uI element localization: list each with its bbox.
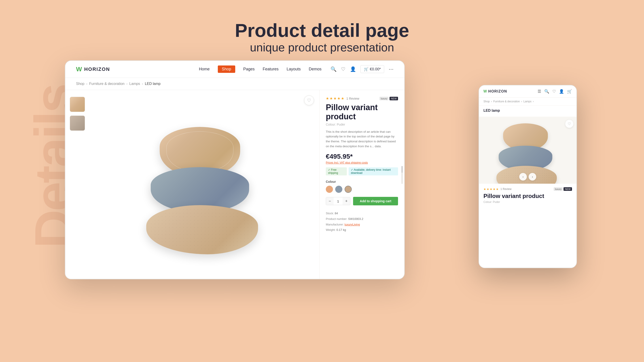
breadcrumb-furniture[interactable]: Furniture & decoration (89, 82, 124, 86)
price-note[interactable]: Prices Incl. VAT plus shipping costs (326, 161, 398, 164)
colour-swatch-tan[interactable] (344, 186, 352, 193)
account-icon[interactable]: 👤 (350, 66, 356, 72)
add-to-cart-button[interactable]: Add to shopping cart (353, 197, 398, 205)
mobile-menu-icon[interactable]: ☰ (538, 89, 541, 94)
weight-info: Weight: 0.17 kg (326, 227, 398, 233)
page-header: Product detail page unique product prese… (235, 20, 409, 54)
wishlist-icon[interactable]: ♡ (341, 66, 346, 72)
colour-swatches (326, 186, 398, 193)
mobile-star-5: ★ (496, 187, 499, 191)
logo-text: HORIZON (84, 66, 110, 72)
desktop-logo[interactable]: W HORIZON (76, 66, 110, 73)
mobile-nav-arrows: ‹ › (519, 173, 536, 181)
stock-value: 84 (335, 212, 338, 215)
mobile-led-label: LED lamp (484, 109, 572, 113)
nav-layouts[interactable]: Layouts (287, 65, 301, 73)
mobile-nav-icons: ☰ 🔍 ♡ 👤 🛒 (538, 89, 572, 94)
mobile-logo-text: HORIZON (488, 89, 507, 93)
product-info-panel: ★ ★ ★ ★ ★ 1 Review luxury NEW Pillow var… (319, 90, 404, 279)
nav-home[interactable]: Home (199, 65, 210, 73)
breadcrumb-lamps[interactable]: Lamps (129, 82, 140, 86)
page-title: Product detail page (235, 20, 409, 41)
product-description: This is the short description of an arti… (326, 129, 398, 149)
mobile-logo[interactable]: W HORIZON (484, 89, 507, 93)
manufacturer-info: Manufacturer: luxuryLiving (326, 222, 398, 228)
nav-pages[interactable]: Pages (243, 65, 255, 73)
weight-value: 0.17 kg (336, 228, 346, 232)
mobile-breadcrumb: Shop › Furniture & decoration › Lamps › (479, 98, 576, 105)
product-number-value: SW10003.2 (348, 217, 363, 221)
breadcrumb-shop[interactable]: Shop (76, 82, 84, 86)
nav-features[interactable]: Features (263, 65, 278, 73)
mobile-colour-label: Colour: Puder (484, 200, 572, 204)
qty-value[interactable]: 1 (334, 197, 342, 205)
manufacturer-label: Manufacturer: (326, 223, 344, 226)
weight-label: Weight: (326, 228, 336, 232)
mobile-bc-lamps[interactable]: Lamps (524, 100, 532, 103)
star-3: ★ (334, 96, 336, 100)
menu-more-icon[interactable]: ⋯ (389, 66, 394, 72)
mobile-search-icon[interactable]: 🔍 (544, 89, 549, 94)
shipping-badges: ✓ Free shipping ✓ Available, delivery ti… (326, 167, 398, 175)
colour-section: Colour (326, 180, 398, 193)
mobile-bc-furniture[interactable]: Furniture & decoration (493, 100, 520, 103)
nav-links: Home Shop Pages Features Layouts Demos (199, 65, 322, 73)
mobile-star-3: ★ (490, 187, 492, 191)
logo-icon: W (76, 66, 82, 73)
pillow-bottom (146, 205, 258, 254)
mobile-bc-sep3: › (533, 100, 534, 103)
product-meta-top: ★ ★ ★ ★ ★ 1 Review luxury NEW (326, 96, 398, 100)
mobile-account-icon[interactable]: 👤 (559, 89, 564, 94)
mobile-wishlist-button[interactable]: ♡ (565, 120, 573, 128)
nav-icons: 🔍 ♡ 👤 🛒 €0.00* ⋯ (330, 65, 394, 73)
thumbnail-1[interactable] (70, 97, 85, 112)
star-5: ★ (341, 96, 344, 100)
review-count: 1 Review (346, 97, 359, 100)
mobile-cart-icon[interactable]: 🛒 (567, 89, 572, 94)
pillow-stack (146, 122, 262, 248)
nav-shop[interactable]: Shop (218, 65, 235, 73)
mobile-bc-shop[interactable]: Shop (484, 100, 490, 103)
wishlist-button[interactable]: ♡ (304, 95, 314, 105)
desktop-mockup: W HORIZON Home Shop Pages Features Layou… (65, 60, 405, 279)
mobile-product-info: ★ ★ ★ ★ ★ 1 Review luxury NEW Pillow var… (479, 184, 576, 207)
mobile-next-arrow[interactable]: › (528, 173, 536, 181)
thumbnail-2[interactable] (70, 115, 85, 131)
page-subtitle: unique product presentation (235, 41, 409, 54)
cart-button[interactable]: 🛒 €0.00* (360, 65, 384, 73)
mobile-wishlist-icon[interactable]: ♡ (552, 89, 556, 94)
mobile-product-image: ♡ ‹ › (479, 117, 576, 184)
desktop-navbar: W HORIZON Home Shop Pages Features Layou… (65, 61, 404, 78)
mobile-star-1: ★ (484, 187, 486, 191)
colour-swatch-gray[interactable] (335, 186, 342, 193)
mobile-badges: luxury NEW (554, 187, 572, 191)
product-title: Pillow variant product (326, 103, 398, 121)
product-badges: luxury NEW (380, 97, 398, 100)
star-1: ★ (326, 96, 329, 100)
mobile-mockup: W HORIZON ☰ 🔍 ♡ 👤 🛒 Shop › Furniture & d… (478, 85, 577, 268)
mobile-navbar: W HORIZON ☰ 🔍 ♡ 👤 🛒 (479, 85, 576, 98)
colour-title: Colour (326, 180, 398, 183)
breadcrumb: Shop › Furniture & decoration › Lamps › … (65, 78, 404, 90)
mobile-bc-sep1: › (491, 100, 492, 103)
mobile-prev-arrow[interactable]: ‹ (519, 173, 527, 181)
mobile-bc-sep2: › (521, 100, 522, 103)
nav-demos[interactable]: Demos (309, 65, 322, 73)
search-icon[interactable]: 🔍 (330, 66, 336, 72)
shipping-available: ✓ Available, delivery time: Instant down… (348, 167, 398, 175)
manufacturer-value[interactable]: luxuryLiving (344, 223, 360, 226)
qty-decrease[interactable]: − (326, 197, 334, 205)
badge-luxury: luxury (380, 97, 389, 100)
mobile-led-section: LED lamp (479, 105, 576, 117)
product-number-label: Product number: (326, 217, 347, 221)
mobile-product-title: Pillow variant product (484, 193, 572, 200)
qty-cart-section: − 1 + Add to shopping cart (326, 197, 398, 205)
mobile-logo-w: W (484, 89, 487, 93)
star-rating: ★ ★ ★ ★ ★ (326, 96, 344, 100)
colour-swatch-peach[interactable] (326, 186, 333, 193)
qty-increase[interactable]: + (342, 197, 350, 205)
product-price: €495.95* (326, 153, 398, 160)
scroll-thumb[interactable] (402, 166, 402, 173)
mobile-product-meta-top: ★ ★ ★ ★ ★ 1 Review luxury NEW (484, 187, 572, 191)
mobile-star-2: ★ (486, 187, 489, 191)
